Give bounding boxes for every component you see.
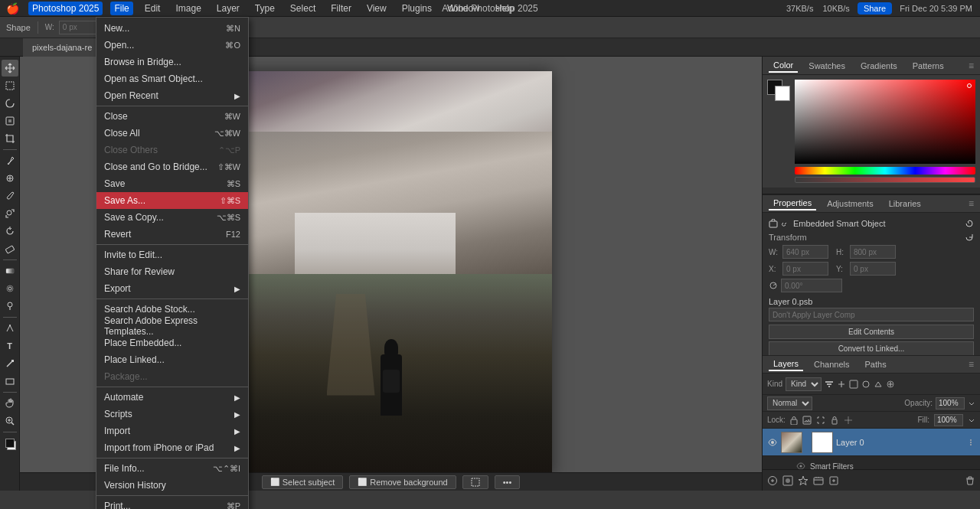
- menu-item-save-a-copy---[interactable]: Save a Copy...⌥⌘S: [96, 209, 248, 226]
- alpha-bar[interactable]: [795, 177, 975, 183]
- eyedropper-tool[interactable]: [2, 152, 18, 169]
- menu-view[interactable]: View: [363, 2, 390, 15]
- type-tool[interactable]: T: [2, 338, 18, 354]
- new-layer-icon[interactable]: [828, 475, 839, 486]
- hand-tool[interactable]: [2, 395, 18, 412]
- rectangular-marquee-tool[interactable]: [2, 77, 18, 94]
- remove-background-button[interactable]: ⬜ Remove background: [349, 475, 456, 489]
- height-props-input[interactable]: [850, 245, 896, 259]
- menu-item-version-history[interactable]: Version History: [96, 477, 248, 494]
- menu-item-invite-to-edit---[interactable]: Invite to Edit...: [96, 246, 248, 263]
- shape-tool[interactable]: [2, 373, 18, 390]
- menu-select[interactable]: Select: [286, 2, 319, 15]
- channels-tab[interactable]: Channels: [809, 358, 854, 370]
- layer-visibility-layer0[interactable]: [767, 437, 778, 448]
- lock-all-icon[interactable]: [830, 416, 839, 425]
- menu-item-place-embedded---[interactable]: Place Embedded...: [96, 334, 248, 351]
- fg-bg-color-picker[interactable]: [2, 435, 18, 452]
- layer-icon-1[interactable]: [837, 380, 846, 389]
- menu-photoshop[interactable]: Photoshop 2025: [28, 2, 103, 15]
- swatches-tab[interactable]: Swatches: [804, 60, 850, 72]
- menu-image[interactable]: Image: [172, 2, 204, 15]
- menu-item-share-for-review[interactable]: Share for Review: [96, 263, 248, 280]
- gradients-tab[interactable]: Gradients: [856, 60, 902, 72]
- smart-filters-item[interactable]: Smart Filters: [763, 456, 980, 469]
- menu-item-save[interactable]: Save⌘S: [96, 175, 248, 192]
- zoom-tool[interactable]: [2, 413, 18, 429]
- y-input[interactable]: [850, 262, 896, 276]
- crop-tool[interactable]: [2, 130, 18, 147]
- width-input[interactable]: [59, 21, 97, 34]
- background-swatch[interactable]: [775, 86, 790, 101]
- layers-panel-collapse[interactable]: ≡: [969, 359, 974, 370]
- lock-position-icon[interactable]: [844, 416, 853, 425]
- object-selection-tool[interactable]: [2, 113, 18, 129]
- history-brush-tool[interactable]: [2, 223, 18, 240]
- layer-icon-3[interactable]: [861, 380, 871, 389]
- transform-reset-icon[interactable]: [965, 233, 974, 242]
- menu-item-close-all[interactable]: Close All⌥⌘W: [96, 125, 248, 142]
- adjustments-tab[interactable]: Adjustments: [822, 197, 878, 210]
- menu-item-close[interactable]: Close⌘W: [96, 108, 248, 125]
- menu-plugins[interactable]: Plugins: [398, 2, 436, 15]
- color-picker-gradient[interactable]: [795, 80, 975, 164]
- libraries-tab[interactable]: Libraries: [884, 197, 926, 210]
- foreground-color[interactable]: [5, 439, 15, 448]
- opacity-input[interactable]: [936, 397, 965, 409]
- color-panel-collapse[interactable]: ≡: [969, 60, 974, 71]
- add-mask-icon[interactable]: [782, 475, 793, 486]
- blend-mode-select[interactable]: Normal: [767, 396, 812, 410]
- edit-contents-button[interactable]: Edit Contents: [769, 325, 974, 339]
- angle-input[interactable]: [781, 279, 842, 292]
- menu-file[interactable]: File: [110, 2, 132, 15]
- menu-item-open-as-smart-object---[interactable]: Open as Smart Object...: [96, 70, 248, 87]
- path-selection-tool[interactable]: [2, 355, 18, 372]
- fill-input[interactable]: [934, 414, 963, 426]
- fill-chevron[interactable]: [968, 416, 975, 424]
- menu-item-save-as---[interactable]: Save As...⇧⌘S: [96, 192, 248, 209]
- menu-item-browse-in-bridge---[interactable]: Browse in Bridge...: [96, 54, 248, 70]
- brush-tool[interactable]: [2, 188, 18, 204]
- healing-brush-tool[interactable]: [2, 170, 18, 187]
- lock-artboard-icon[interactable]: [816, 416, 825, 425]
- menu-item-automate[interactable]: Automate▶: [96, 389, 248, 406]
- menu-item-close-and-go-to-bridge---[interactable]: Close and Go to Bridge...⇧⌘W: [96, 158, 248, 175]
- fg-bg-colors[interactable]: [767, 80, 790, 101]
- menu-item-place-linked---[interactable]: Place Linked...: [96, 351, 248, 368]
- menu-item-new---[interactable]: New...⌘N: [96, 20, 248, 37]
- kind-select[interactable]: Kind: [786, 377, 822, 391]
- pen-tool[interactable]: [2, 320, 18, 337]
- delete-layer-icon[interactable]: [965, 475, 975, 486]
- opacity-chevron[interactable]: [968, 400, 975, 407]
- menu-item-export[interactable]: Export▶: [96, 280, 248, 297]
- menu-edit[interactable]: Edit: [141, 2, 165, 15]
- layer-icon-5[interactable]: [886, 380, 895, 389]
- menu-layer[interactable]: Layer: [213, 2, 243, 15]
- layer-options-icon[interactable]: [966, 438, 975, 447]
- menu-filter[interactable]: Filter: [327, 2, 355, 15]
- menu-item-open---[interactable]: Open...⌘O: [96, 37, 248, 54]
- dodge-tool[interactable]: [2, 298, 18, 315]
- lock-image-icon[interactable]: [802, 416, 812, 425]
- convert-linked-button[interactable]: Convert to Linked...: [769, 341, 974, 356]
- layer-style-icon[interactable]: [798, 475, 808, 486]
- paths-tab[interactable]: Paths: [861, 358, 891, 370]
- group-layers-icon[interactable]: [813, 475, 824, 486]
- eraser-tool[interactable]: [2, 240, 18, 257]
- menu-item-revert[interactable]: RevertF12: [96, 226, 248, 243]
- gradient-tool[interactable]: [2, 263, 18, 279]
- menu-type[interactable]: Type: [251, 2, 279, 15]
- lock-transparent-icon[interactable]: [790, 416, 798, 425]
- more-options-button[interactable]: •••: [495, 475, 521, 489]
- properties-panel-collapse[interactable]: ≡: [969, 198, 974, 209]
- lasso-tool[interactable]: [2, 95, 18, 112]
- layers-tab[interactable]: Layers: [769, 357, 803, 371]
- share-button[interactable]: Share: [858, 2, 892, 15]
- layer-filter-icon[interactable]: [825, 380, 834, 389]
- x-input[interactable]: [782, 262, 828, 276]
- layer-icon-2[interactable]: [849, 380, 858, 389]
- add-adjustment-icon[interactable]: [767, 475, 778, 486]
- transform-button[interactable]: [462, 475, 488, 489]
- menu-item-scripts[interactable]: Scripts▶: [96, 406, 248, 423]
- patterns-tab[interactable]: Patterns: [908, 60, 949, 72]
